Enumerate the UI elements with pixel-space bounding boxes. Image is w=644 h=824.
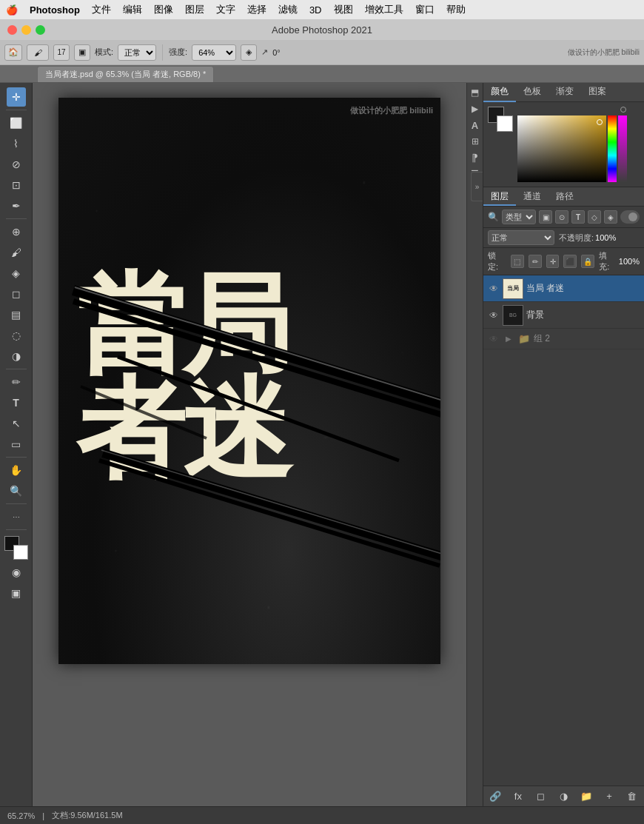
panel-icon-brush[interactable]: ⬒ xyxy=(469,86,482,99)
layers-panel: 图层 通道 路径 🔍 类型 ▣ ⊙ T ◇ ◈ xyxy=(483,187,644,806)
close-button[interactable] xyxy=(7,25,17,35)
color-spectrum-strip[interactable] xyxy=(608,115,617,182)
layer-visibility-toggle-2[interactable]: 👁 xyxy=(488,309,500,321)
panel-icon-adjust[interactable]: ⊞ xyxy=(469,135,482,148)
panel-icon-settings2[interactable]: ⁋ xyxy=(469,151,482,164)
opacity-value[interactable]: 100% xyxy=(595,233,616,242)
menu-view[interactable]: 视图 xyxy=(334,3,353,16)
quick-mask-tool[interactable]: ◉ xyxy=(7,563,26,582)
blend-mode-select[interactable]: 正常 xyxy=(118,44,156,61)
lasso-tool[interactable]: ⌇ xyxy=(7,134,26,153)
strength-select[interactable]: 64% xyxy=(192,44,236,61)
menu-layer[interactable]: 图层 xyxy=(185,3,204,16)
menu-file[interactable]: 文件 xyxy=(92,3,111,16)
color-panel: 颜色 色板 渐变 图案 xyxy=(483,83,644,187)
more-tools[interactable]: ⋯ xyxy=(7,507,26,526)
add-style-btn[interactable]: fx xyxy=(511,789,526,804)
marquee-tool[interactable]: ⬜ xyxy=(7,113,26,133)
hue-circle-indicator xyxy=(620,107,626,113)
layer-item-text[interactable]: 👁 当局 当局 者迷 xyxy=(483,275,644,302)
layer-visibility-toggle-3[interactable]: 👁 xyxy=(488,333,500,345)
eraser-tool[interactable]: ◻ xyxy=(7,284,26,304)
hand-tool[interactable]: ✋ xyxy=(7,460,26,480)
group-expand-arrow[interactable]: ▶ xyxy=(503,333,514,345)
background-swatch[interactable] xyxy=(497,115,513,132)
panel-icon-text[interactable]: A xyxy=(469,118,482,132)
tab-patterns[interactable]: 图案 xyxy=(581,82,614,102)
tab-paths[interactable]: 路径 xyxy=(549,187,581,206)
lock-image-btn[interactable]: ✏ xyxy=(529,255,542,268)
healing-tool[interactable]: ⊕ xyxy=(7,222,26,241)
layer-group-item[interactable]: 👁 ▶ 📁 组 2 xyxy=(483,329,644,349)
dodge-tool[interactable]: ◑ xyxy=(7,346,26,366)
pressure-btn[interactable]: ◈ xyxy=(241,44,257,61)
fill-value[interactable]: 100% xyxy=(619,257,640,266)
document-tab[interactable]: 当局者迷.psd @ 65.3% (当局 者迷, RGB/8) * xyxy=(37,66,214,82)
pen-tool[interactable]: ✏ xyxy=(7,372,26,392)
layer-filter-pixel[interactable]: ▣ xyxy=(539,210,552,224)
brush-tool[interactable]: 🖌 xyxy=(7,243,26,262)
zoom-tool[interactable]: 🔍 xyxy=(7,481,26,500)
layer-item-background[interactable]: 👁 BG 背景 xyxy=(483,302,644,329)
brush-preset-picker[interactable]: ▣ xyxy=(74,44,90,61)
clone-tool[interactable]: ◈ xyxy=(7,264,26,283)
brush-tool-options[interactable]: 🖌 xyxy=(27,44,49,61)
tab-channels[interactable]: 通道 xyxy=(516,187,549,206)
menu-edit[interactable]: 编辑 xyxy=(123,3,142,16)
app-name-menu[interactable]: Photoshop xyxy=(30,4,80,16)
tab-color[interactable]: 颜色 xyxy=(483,82,516,102)
lock-artboard-btn[interactable]: ⬛ xyxy=(563,255,577,268)
delete-layer-btn[interactable]: 🗑 xyxy=(625,789,640,804)
brush-size-display: 17 xyxy=(53,44,70,61)
apple-menu[interactable]: 🍎 xyxy=(6,4,18,16)
layer-visibility-toggle-1[interactable]: 👁 xyxy=(488,283,500,295)
layer-filter-shape[interactable]: ◇ xyxy=(588,210,601,224)
layer-blend-mode[interactable]: 正常 xyxy=(488,230,554,245)
menu-3d[interactable]: 3D xyxy=(309,4,322,16)
menu-window[interactable]: 窗口 xyxy=(415,3,435,16)
home-button[interactable]: 🏠 xyxy=(4,44,22,61)
quick-select-tool[interactable]: ⊘ xyxy=(7,155,26,174)
layer-filter-adjust[interactable]: ⊙ xyxy=(555,210,568,224)
color-alpha-strip[interactable] xyxy=(618,115,627,182)
add-mask-btn[interactable]: ◻ xyxy=(534,789,549,804)
panel-collapse-tab[interactable]: » xyxy=(471,172,483,201)
new-adjustment-btn[interactable]: ◑ xyxy=(556,789,571,804)
path-selection-tool[interactable]: ↖ xyxy=(7,414,26,433)
link-layers-btn[interactable]: 🔗 xyxy=(488,789,503,804)
document-canvas[interactable]: 當 局 者 迷 xyxy=(58,98,440,664)
gradient-tool[interactable]: ▤ xyxy=(7,305,26,324)
lock-transparent-btn[interactable]: ⬚ xyxy=(511,255,524,268)
lock-all-btn[interactable]: 🔒 xyxy=(581,255,594,268)
new-group-btn[interactable]: 📁 xyxy=(579,789,594,804)
tab-gradients[interactable]: 渐变 xyxy=(549,82,581,102)
maximize-button[interactable] xyxy=(36,25,45,35)
menu-image[interactable]: 图像 xyxy=(154,3,173,16)
menu-help[interactable]: 帮助 xyxy=(446,3,466,16)
screen-mode-btn[interactable]: ▣ xyxy=(7,583,26,603)
tab-layers[interactable]: 图层 xyxy=(483,187,516,206)
minimize-button[interactable] xyxy=(21,25,31,35)
menu-select[interactable]: 选择 xyxy=(247,3,266,16)
angle-value: 0° xyxy=(272,48,281,57)
layer-filter-toggle[interactable] xyxy=(620,210,640,224)
menu-text[interactable]: 文字 xyxy=(216,3,235,16)
blur-tool[interactable]: ◌ xyxy=(7,326,26,345)
move-tool[interactable]: ✛ xyxy=(7,87,26,107)
text-tool[interactable]: T xyxy=(7,393,26,412)
layer-filter-text[interactable]: T xyxy=(571,210,585,224)
tab-swatches[interactable]: 色板 xyxy=(516,82,549,102)
layer-filter-smart[interactable]: ◈ xyxy=(604,210,617,224)
menu-plugins[interactable]: 增效工具 xyxy=(365,3,403,16)
eyedropper-tool[interactable]: ✒ xyxy=(7,196,26,215)
background-color[interactable] xyxy=(13,545,28,560)
layers-opacity-control: 不透明度: 100% xyxy=(559,232,616,244)
new-layer-btn[interactable]: + xyxy=(602,789,617,804)
crop-tool[interactable]: ⊡ xyxy=(7,175,26,195)
lock-position-btn[interactable]: ✛ xyxy=(546,255,560,268)
color-gradient-picker[interactable] xyxy=(517,115,606,182)
menu-filter[interactable]: 滤镜 xyxy=(278,3,298,16)
shape-tool[interactable]: ▭ xyxy=(7,435,26,454)
layer-type-filter[interactable]: 类型 xyxy=(502,210,536,224)
panel-icon-gradient-play[interactable]: ▶ xyxy=(469,102,482,115)
